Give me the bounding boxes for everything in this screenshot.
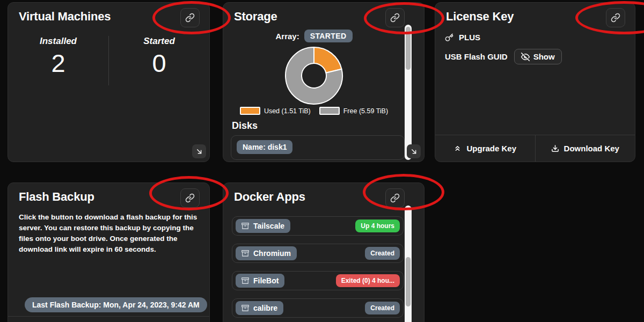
storage-resize-handle[interactable]	[407, 144, 421, 158]
storage-link-button[interactable]	[385, 8, 405, 27]
legend-item-free: Free (5.59 TiB)	[319, 107, 388, 115]
docker-scrollbar[interactable]	[405, 206, 412, 322]
container-icon	[241, 250, 249, 257]
array-status-badge: STARTED	[304, 30, 353, 42]
flash-link-button[interactable]	[180, 188, 200, 208]
container-icon	[241, 304, 249, 312]
license-plan-row: PLUS	[435, 33, 635, 42]
show-guid-button[interactable]: Show	[514, 49, 562, 64]
docker-card-title: Docker Apps	[234, 190, 305, 204]
docker-row-filebot: FileBot Exited (0) 4 hou...	[232, 271, 404, 290]
upgrade-key-button[interactable]: Upgrade Key	[435, 135, 536, 162]
vm-card-header: Virtual Machines	[8, 3, 209, 27]
license-card-title: License Key	[446, 10, 514, 24]
docker-app-list: Tailscale Up 4 hours Chromium Created Fi…	[232, 216, 404, 322]
vm-started-value: 0	[109, 49, 209, 78]
license-plan-label: PLUS	[459, 33, 480, 42]
docker-scrollbar-thumb[interactable]	[406, 257, 411, 306]
app-status-badge: Exited (0) 4 hou...	[336, 274, 400, 287]
link-icon	[185, 13, 195, 23]
flash-backup-description: Click the button to download a flash bac…	[19, 212, 199, 255]
vm-stat-started: Started 0	[109, 36, 209, 85]
vm-installed-value: 2	[8, 49, 108, 78]
used-legend-label: Used (1.51 TiB)	[264, 107, 311, 115]
app-name-label: Chromium	[253, 249, 291, 258]
app-status-badge: Up 4 hours	[355, 219, 400, 232]
storage-donut-chart	[223, 46, 405, 106]
vm-started-label: Started	[109, 36, 209, 47]
used-swatch	[240, 107, 260, 115]
guid-label: USB Flash GUID	[445, 52, 508, 61]
disks-heading: Disks	[232, 120, 424, 131]
app-name-badge-chromium[interactable]: Chromium	[236, 246, 297, 260]
vm-stats: Installed 2 Started 0	[8, 36, 209, 85]
flash-footer-divider	[8, 316, 209, 317]
license-card-header: License Key	[435, 3, 635, 27]
docker-card-header: Docker Apps	[223, 183, 424, 208]
storage-card: Storage Array: STARTED Used (1.51 TiB) F…	[223, 2, 425, 162]
chevrons-up-icon	[453, 144, 462, 152]
license-key-card: License Key PLUS USB Flash GUID Show Upg…	[435, 2, 635, 162]
app-name-label: Tailscale	[253, 222, 284, 230]
show-button-label: Show	[533, 52, 555, 61]
legend-item-used: Used (1.51 TiB)	[240, 107, 311, 115]
key-icon	[445, 33, 453, 42]
donut-chart-svg	[284, 46, 344, 106]
storage-scrollbar[interactable]	[405, 25, 412, 160]
link-icon	[390, 193, 400, 203]
storage-scrollbar-thumb[interactable]	[406, 27, 411, 70]
flash-backup-card: Flash Backup Click the button to downloa…	[8, 182, 210, 322]
app-name-label: calibre	[253, 304, 277, 312]
vm-card-title: Virtual Machines	[19, 10, 111, 24]
array-status-row: Array: STARTED	[223, 30, 405, 42]
flash-card-title: Flash Backup	[19, 190, 94, 204]
container-icon	[241, 277, 249, 284]
license-footer: Upgrade Key Download Key	[435, 135, 635, 162]
disk-panel: Name: disk1	[231, 135, 405, 160]
eye-off-icon	[521, 53, 530, 61]
download-icon	[551, 144, 559, 152]
arrow-down-right-icon	[195, 148, 203, 156]
app-name-badge-filebot[interactable]: FileBot	[236, 274, 284, 288]
array-label: Array:	[275, 32, 299, 41]
download-key-label: Download Key	[564, 144, 619, 153]
app-status-badge: Created	[365, 247, 400, 260]
flash-card-header: Flash Backup	[8, 183, 209, 208]
app-name-badge-tailscale[interactable]: Tailscale	[236, 219, 290, 233]
docker-row-calibre: calibre Created	[232, 298, 404, 318]
download-key-button[interactable]: Download Key	[536, 135, 635, 162]
docker-apps-card: Docker Apps Tailscale Up 4 hours Chromiu…	[223, 182, 425, 322]
arrow-down-right-icon	[410, 148, 418, 156]
last-flash-backup-badge: Last Flash Backup: Mon, Apr 24, 2023, 9:…	[25, 297, 207, 312]
virtual-machines-card: Virtual Machines Installed 2 Started 0	[8, 2, 210, 162]
vm-link-button[interactable]	[180, 8, 200, 27]
docker-link-button[interactable]	[385, 188, 405, 208]
license-guid-row: USB Flash GUID Show	[435, 49, 635, 64]
app-name-badge-calibre[interactable]: calibre	[236, 301, 283, 315]
vm-resize-handle[interactable]	[192, 144, 206, 158]
vm-stat-installed: Installed 2	[8, 36, 109, 85]
vm-installed-label: Installed	[8, 36, 108, 47]
docker-row-chromium: Chromium Created	[232, 244, 404, 263]
license-link-button[interactable]	[606, 8, 625, 27]
free-legend-label: Free (5.59 TiB)	[343, 107, 388, 115]
docker-row-tailscale: Tailscale Up 4 hours	[232, 216, 404, 236]
storage-chart-legend: Used (1.51 TiB) Free (5.59 TiB)	[223, 107, 405, 115]
app-status-badge: Created	[365, 302, 400, 314]
storage-card-title: Storage	[234, 10, 277, 24]
app-name-label: FileBot	[253, 276, 279, 285]
upgrade-key-label: Upgrade Key	[466, 144, 516, 153]
storage-card-header: Storage	[223, 3, 424, 27]
free-swatch	[319, 107, 340, 115]
disk-name-badge: Name: disk1	[237, 140, 292, 154]
link-icon	[185, 193, 195, 203]
link-icon	[611, 13, 620, 23]
link-icon	[390, 13, 400, 23]
container-icon	[241, 222, 249, 230]
